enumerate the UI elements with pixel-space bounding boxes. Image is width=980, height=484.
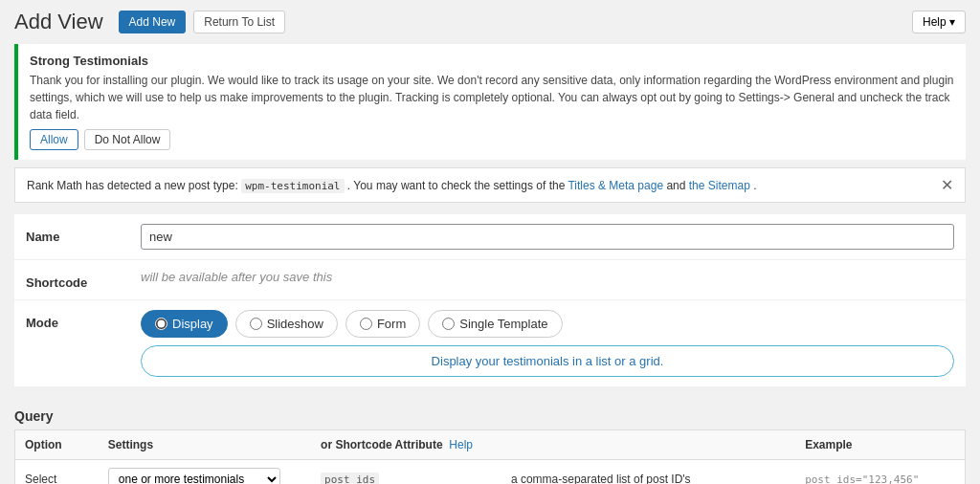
mode-form[interactable]: Form bbox=[345, 310, 420, 338]
query-table: Option Settings or Shortcode Attribute H… bbox=[14, 429, 966, 484]
row-option-select: Select bbox=[15, 460, 99, 485]
col-example: Example bbox=[795, 430, 965, 460]
mode-display[interactable]: Display bbox=[141, 310, 228, 338]
add-new-button[interactable]: Add New bbox=[119, 11, 187, 33]
allow-tracking-button[interactable]: Allow bbox=[30, 129, 78, 150]
name-label: Name bbox=[26, 224, 141, 244]
plugin-notice-title: Strong Testimonials bbox=[30, 54, 954, 68]
help-link[interactable]: Help bbox=[449, 438, 473, 451]
select-testimonials-dropdown[interactable]: one or more testimonials bbox=[108, 468, 280, 484]
page-header: Add View Add New Return To List Help ▾ bbox=[14, 10, 966, 34]
header-left: Add View Add New Return To List bbox=[14, 10, 285, 34]
query-table-header-row: Option Settings or Shortcode Attribute H… bbox=[15, 430, 966, 460]
mode-slideshow[interactable]: Slideshow bbox=[235, 310, 338, 338]
rankmath-sitemap-link[interactable]: the Sitemap bbox=[689, 179, 750, 192]
mode-single-template[interactable]: Single Template bbox=[428, 310, 562, 338]
shortcode-field: will be available after you save this bbox=[141, 270, 954, 284]
row-attribute-select: post_ids bbox=[311, 460, 501, 485]
row-settings-select[interactable]: one or more testimonials bbox=[99, 460, 311, 485]
view-form: Name Shortcode will be available after y… bbox=[14, 214, 966, 387]
rankmath-notice-close[interactable]: ✕ bbox=[941, 176, 953, 194]
page-title: Add View bbox=[14, 10, 103, 34]
table-row: Select one or more testimonials post_ids… bbox=[15, 460, 966, 485]
plugin-notice-buttons: Allow Do Not Allow bbox=[30, 129, 954, 150]
shortcode-placeholder: will be available after you save this bbox=[141, 264, 332, 284]
plugin-notice: Strong Testimonials Thank you for instal… bbox=[14, 44, 966, 160]
rankmath-notice-text: Rank Math has detected a new post type: … bbox=[27, 179, 757, 192]
return-to-list-button[interactable]: Return To List bbox=[193, 11, 285, 33]
mode-label: Mode bbox=[26, 310, 141, 330]
col-option: Option bbox=[15, 430, 99, 460]
rankmath-notice: Rank Math has detected a new post type: … bbox=[14, 167, 966, 203]
row-desc-select: a comma-separated list of post ID's bbox=[501, 460, 795, 485]
row-example-select: post_ids="123,456" bbox=[795, 460, 965, 485]
help-button[interactable]: Help ▾ bbox=[912, 11, 966, 33]
name-row: Name bbox=[14, 214, 966, 260]
name-field bbox=[141, 224, 954, 250]
plugin-notice-body: Thank you for installing our plugin. We … bbox=[30, 72, 954, 123]
name-input[interactable] bbox=[141, 224, 954, 250]
col-settings: Settings bbox=[99, 430, 311, 460]
rankmath-titles-link[interactable]: Titles & Meta page bbox=[568, 179, 663, 192]
mode-options: Display Slideshow Form Single Template bbox=[141, 310, 954, 338]
col-attribute: or Shortcode Attribute Help bbox=[311, 430, 501, 460]
shortcode-row: Shortcode will be available after you sa… bbox=[14, 260, 966, 300]
rankmath-post-type: wpm-testimonial bbox=[241, 179, 344, 193]
col-description bbox=[501, 430, 795, 460]
query-section-title: Query bbox=[14, 399, 966, 429]
mode-field: Display Slideshow Form Single Template D… bbox=[141, 310, 954, 377]
mode-row: Mode Display Slideshow Form S bbox=[14, 300, 966, 387]
mode-description: Display your testimonials in a list or a… bbox=[141, 345, 954, 377]
shortcode-label: Shortcode bbox=[26, 270, 141, 290]
deny-tracking-button[interactable]: Do Not Allow bbox=[84, 129, 171, 150]
